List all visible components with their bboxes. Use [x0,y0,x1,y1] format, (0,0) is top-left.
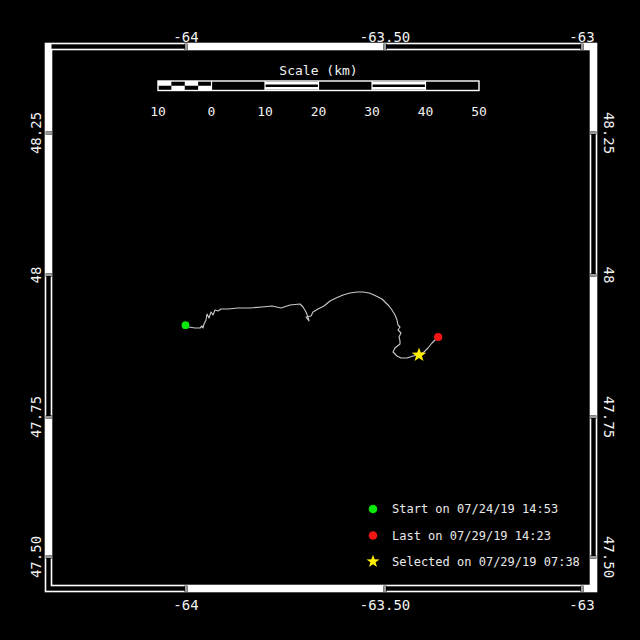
legend-last-label: Last on 07/29/19 14:23 [392,529,551,543]
map-plot: -64-64-63.50-63.50-63-63 48.2548.2548484… [0,0,640,640]
legend-row-last: Last on 07/29/19 14:23 [369,529,551,543]
tracking-map-screen: -64-64-63.50-63.50-63-63 48.2548.2548484… [0,0,640,640]
x-axis-labels: -64-64-63.50-63.50-63-63 [173,29,594,613]
y-axis-label-right: 48 [601,267,617,284]
y-axis-label-left: 48 [28,267,44,284]
y-axis-label-right: 47.50 [601,536,617,578]
scale-stripe [372,82,426,85]
scale-bar-label: 30 [364,104,380,119]
track-path [185,292,438,358]
scale-checker-cell [185,81,198,86]
x-axis-label-top: -63.50 [360,29,411,45]
scale-bar-label: 0 [208,104,216,119]
last-legend-icon [369,531,378,540]
scale-stripe [265,87,319,90]
scale-bar-cells [158,81,426,91]
scale-bar-label: 10 [257,104,273,119]
x-axis-label-bottom: -63.50 [360,597,411,613]
y-axis-label-right: 47.75 [601,396,617,438]
y-axis-label-left: 48.25 [28,112,44,154]
legend-row-selected: Selected on 07/29/19 07:38 [367,555,580,569]
x-axis-label-top: -63 [569,29,594,45]
legend-start-label: Start on 07/24/19 14:53 [392,502,558,516]
zebra-segment [591,44,597,133]
scale-bar-label: 50 [471,104,487,119]
scale-bar-title: Scale (km) [279,63,357,78]
scale-stripe [372,87,426,90]
legend: Start on 07/24/19 14:53 Last on 07/29/19… [367,502,580,569]
selected-legend-star-icon [367,555,380,567]
scale-bar-label: 40 [418,104,434,119]
x-axis-label-top: -64 [173,29,198,45]
y-axis-label-right: 48.25 [601,112,617,154]
start-legend-icon [369,505,378,514]
selected-marker [412,347,426,361]
zebra-segment [591,275,597,417]
x-axis-label-bottom: -64 [173,597,198,613]
scale-checker-cell [158,81,171,86]
zebra-segment [591,557,597,592]
scale-checker-cell [171,86,184,91]
y-axis-label-left: 47.50 [28,536,44,578]
last-marker [434,333,442,341]
zebra-segment [186,44,385,50]
scale-bar-labels: 1001020304050 [150,104,487,119]
scale-stripe [265,82,319,85]
scale-bar-label: 20 [311,104,327,119]
legend-row-start: Start on 07/24/19 14:53 [369,502,558,516]
start-marker [182,321,190,329]
zebra-segment [186,586,386,592]
scale-bar-label: 10 [150,104,166,119]
scale-checker-cell [198,86,211,91]
zebra-segment [46,417,52,557]
legend-selected-label: Selected on 07/29/19 07:38 [392,555,580,569]
scale-bar: Scale (km) 1001020304050 [150,63,487,120]
zebra-segment [46,44,52,275]
x-axis-label-bottom: -63 [569,597,594,613]
y-axis-label-left: 47.75 [28,396,44,438]
